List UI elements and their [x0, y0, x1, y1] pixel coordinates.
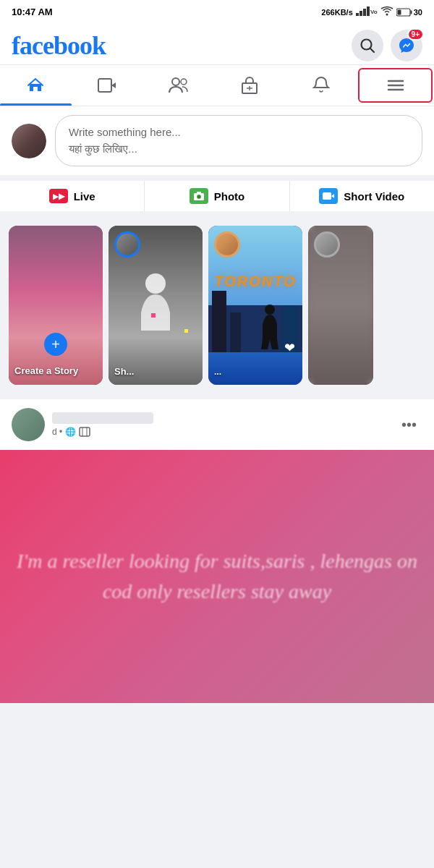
section-separator [0, 393, 434, 399]
post-subtitle: d • 🌐 [52, 427, 388, 437]
post-header: d • 🌐 ••• [0, 399, 434, 450]
person-silhouette-2 [259, 302, 281, 349]
short-video-icon [319, 188, 338, 204]
network-speed: 266KB/s [321, 8, 352, 17]
building1 [212, 291, 226, 356]
action-bar: ▶ Live Photo Short Video [0, 181, 434, 217]
svg-marker-26 [331, 194, 334, 198]
photo-icon [190, 188, 208, 204]
nav-tab-marketplace[interactable] [214, 65, 286, 106]
story-card-3[interactable]: TORONTO ... ❤ [208, 226, 302, 385]
story3-person [259, 302, 281, 352]
story2-avatar [114, 231, 140, 258]
wifi-icon [380, 6, 393, 18]
live-button[interactable]: ▶ Live [0, 181, 144, 211]
short-video-svg-icon [322, 191, 335, 201]
nav-tab-watch[interactable] [72, 65, 143, 106]
video-icon [98, 77, 116, 93]
messenger-badge: 9+ [407, 28, 424, 41]
signal-icons: Vo [356, 6, 378, 18]
live-label: Live [74, 190, 95, 203]
post-placeholder: Write something here...यहां कुछ लिखिए... [69, 126, 181, 155]
nav-tab-friends[interactable] [142, 65, 214, 106]
post-author-name [52, 412, 153, 424]
post-more-options[interactable]: ••• [396, 414, 422, 436]
svg-point-24 [197, 195, 200, 198]
story-card-2[interactable]: Sh... [109, 226, 203, 385]
search-button[interactable] [352, 30, 383, 61]
live-play-icon: ▶ [59, 192, 64, 201]
person-silhouette [134, 269, 177, 341]
post-author-avatar [12, 408, 45, 441]
story4-avatar [314, 231, 340, 258]
status-bar: 10:47 AM 266KB/s Vo [0, 0, 434, 24]
svg-point-14 [181, 79, 187, 85]
signal-icon: Vo [356, 6, 378, 16]
svg-rect-7 [410, 10, 412, 14]
nav-tab-menu[interactable] [358, 68, 433, 103]
svg-rect-0 [356, 13, 359, 16]
svg-rect-1 [359, 11, 362, 16]
toronto-text: TORONTO [212, 273, 299, 290]
user-avatar [12, 124, 46, 158]
nav-tab-notifications[interactable] [286, 65, 357, 106]
svg-text:Vo: Vo [370, 9, 378, 15]
stories-scroll: + Create a Story Sh... [0, 226, 434, 385]
create-story-card[interactable]: + Create a Story [9, 226, 103, 385]
nav-tabs [0, 65, 434, 106]
avatar-image [12, 124, 46, 158]
search-icon [359, 38, 375, 54]
photo-label: Photo [214, 190, 245, 203]
sparkle-dot-1 [151, 313, 156, 318]
photo-svg-icon [193, 191, 205, 201]
marketplace-icon [241, 76, 258, 95]
svg-line-10 [370, 48, 375, 53]
messenger-button[interactable]: 9+ [391, 30, 422, 61]
header: facebook 9+ [0, 24, 434, 65]
header-icons: 9+ [352, 30, 422, 61]
stories-section: + Create a Story Sh... [0, 217, 434, 393]
story2-label: Sh... [114, 366, 134, 377]
svg-rect-8 [397, 9, 401, 14]
svg-rect-2 [363, 9, 366, 16]
story3-label: ... [214, 367, 221, 377]
add-story-button[interactable]: + [44, 333, 67, 356]
post-media-icon [79, 427, 90, 437]
facebook-logo: facebook [12, 30, 106, 61]
story3-avatar [214, 231, 240, 258]
wifi-signal-icon [380, 6, 393, 16]
svg-rect-29 [80, 427, 90, 436]
sparkle-dot-2 [184, 329, 188, 333]
home-icon [26, 76, 45, 95]
post-meta: d • 🌐 [52, 412, 388, 437]
photo-button[interactable]: Photo [144, 181, 289, 211]
post-card: d • 🌐 ••• I'm a reseller looking for sui… [0, 399, 434, 703]
post-box: Write something here...यहां कुछ लिखिए... [0, 106, 434, 181]
story3-label-area: ... [214, 365, 297, 378]
svg-rect-11 [98, 79, 111, 92]
post-input[interactable]: Write something here...यहां कुछ लिखिए... [55, 115, 422, 166]
short-video-label: Short Video [344, 190, 404, 203]
create-story-background [9, 226, 103, 385]
svg-point-28 [265, 305, 275, 315]
bell-icon [312, 76, 330, 95]
svg-point-13 [172, 78, 179, 85]
live-icon: ▶ [49, 189, 68, 203]
svg-rect-3 [367, 7, 370, 16]
svg-point-27 [145, 273, 166, 294]
friends-icon [169, 77, 189, 94]
battery-level: 30 [414, 8, 422, 17]
svg-rect-23 [197, 192, 201, 194]
create-story-label: Create a Story [14, 365, 97, 376]
status-time: 10:47 AM [12, 7, 53, 17]
post-image: I'm a reseller looking for suits,saris ,… [0, 450, 434, 703]
menu-icon [387, 78, 404, 93]
svg-rect-25 [323, 192, 331, 200]
post-image-text: I'm a reseller looking for suits,saris ,… [14, 546, 420, 607]
short-video-button[interactable]: Short Video [289, 181, 434, 211]
nav-tab-home[interactable] [0, 65, 72, 106]
story3-heart: ❤ [284, 340, 295, 356]
status-right: 266KB/s Vo [321, 6, 422, 18]
story-card-4[interactable] [308, 226, 373, 385]
story2-label-area: Sh... [114, 365, 197, 378]
